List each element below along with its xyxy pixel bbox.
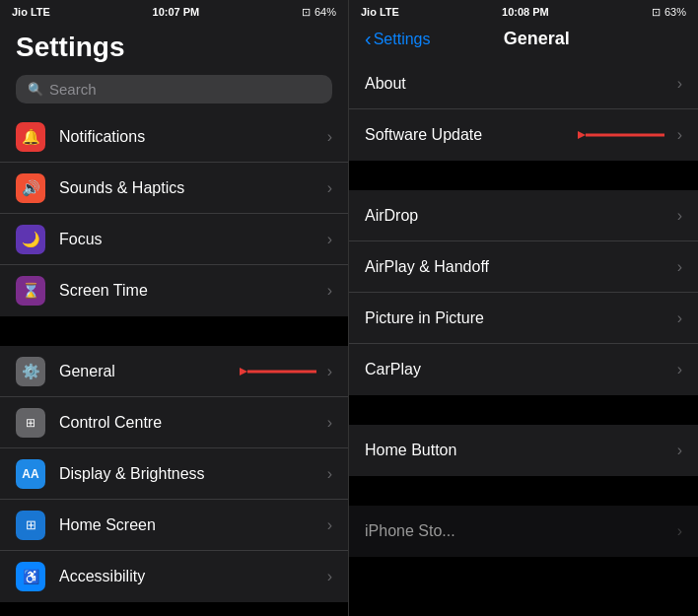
group-divider-1	[0, 318, 348, 346]
right-status-bar: Jio LTE 10:08 PM ⊡ 63%	[349, 0, 698, 24]
accessibility-icon: ♿	[16, 562, 45, 591]
search-input[interactable]: 🔍 Search	[16, 75, 332, 103]
search-bar-container: 🔍 Search	[0, 69, 348, 111]
home-screen-chevron: ›	[327, 516, 332, 534]
left-time: 10:07 PM	[153, 6, 200, 18]
settings-item-display[interactable]: AA Display & Brightness ›	[0, 448, 348, 500]
picture-in-picture-chevron: ›	[677, 309, 682, 327]
home-screen-icon: ⊞	[16, 511, 45, 540]
right-nav-bar: ‹ Settings General	[349, 24, 698, 58]
left-page-title: Settings	[16, 32, 124, 62]
search-placeholder-text: Search	[49, 81, 97, 98]
left-title-bar: Settings	[0, 24, 348, 69]
right-group-3: Home Button ›	[349, 425, 698, 476]
accessibility-chevron: ›	[327, 568, 332, 585]
right-item-carplay[interactable]: CarPlay ›	[349, 344, 698, 395]
right-item-iphone-storage[interactable]: iPhone Sto... ›	[349, 506, 698, 557]
display-label: Display & Brightness	[59, 465, 327, 483]
right-item-picture-in-picture[interactable]: Picture in Picture ›	[349, 293, 698, 344]
right-carrier: Jio LTE	[361, 6, 399, 18]
settings-item-focus[interactable]: 🌙 Focus ›	[0, 214, 348, 265]
settings-group-1: 🔔 Notifications › 🔊 Sounds & Haptics › 🌙…	[0, 111, 348, 316]
back-chevron-icon: ‹	[365, 28, 372, 50]
screen-time-label: Screen Time	[59, 282, 327, 300]
right-item-airdrop[interactable]: AirDrop ›	[349, 190, 698, 241]
iphone-storage-chevron: ›	[677, 522, 682, 540]
airplay-handoff-chevron: ›	[677, 258, 682, 276]
right-panel: Jio LTE 10:08 PM ⊡ 63% ‹ Settings Genera…	[349, 0, 698, 616]
notifications-chevron: ›	[327, 128, 332, 146]
focus-chevron: ›	[327, 231, 332, 248]
search-icon: 🔍	[28, 82, 43, 97]
accessibility-label: Accessibility	[59, 568, 327, 585]
back-label: Settings	[374, 31, 431, 48]
airplay-handoff-label: AirPlay & Handoff	[365, 258, 677, 276]
home-button-label: Home Button	[365, 442, 677, 459]
about-chevron: ›	[677, 75, 682, 93]
settings-item-general[interactable]: ⚙️ General ›	[0, 346, 348, 397]
right-battery: ⊡ 63%	[652, 6, 686, 19]
right-group-2: AirDrop › AirPlay & Handoff › Picture in…	[349, 190, 698, 395]
left-status-bar: Jio LTE 10:07 PM ⊡ 64%	[0, 0, 348, 24]
picture-in-picture-label: Picture in Picture	[365, 309, 677, 327]
control-centre-chevron: ›	[327, 414, 332, 432]
right-item-home-button[interactable]: Home Button ›	[349, 425, 698, 476]
software-update-chevron: ›	[677, 126, 682, 144]
right-group-divider-1	[349, 163, 698, 190]
right-time: 10:08 PM	[502, 6, 549, 18]
screen-time-icon: ⌛	[16, 276, 45, 306]
carplay-label: CarPlay	[365, 361, 677, 378]
software-update-label: Software Update	[365, 126, 677, 144]
battery-icon: ⊡	[302, 6, 311, 19]
display-chevron: ›	[327, 465, 332, 483]
right-page-title: General	[504, 29, 570, 49]
display-icon: AA	[16, 459, 45, 489]
right-item-about[interactable]: About ›	[349, 58, 698, 109]
right-item-software-update[interactable]: Software Update ›	[349, 109, 698, 161]
focus-label: Focus	[59, 231, 327, 248]
right-group-1: About › Software Update ›	[349, 58, 698, 161]
left-panel: Jio LTE 10:07 PM ⊡ 64% Settings 🔍 Search…	[0, 0, 349, 616]
notifications-label: Notifications	[59, 128, 327, 146]
general-icon: ⚙️	[16, 357, 45, 386]
right-item-airplay-handoff[interactable]: AirPlay & Handoff ›	[349, 241, 698, 293]
home-button-chevron: ›	[677, 442, 682, 459]
left-carrier: Jio LTE	[12, 6, 50, 18]
settings-item-notifications[interactable]: 🔔 Notifications ›	[0, 111, 348, 163]
right-group-divider-3	[349, 478, 698, 506]
settings-item-control-centre[interactable]: ⊞ Control Centre ›	[0, 397, 348, 448]
settings-item-sounds[interactable]: 🔊 Sounds & Haptics ›	[0, 163, 348, 214]
airdrop-chevron: ›	[677, 207, 682, 225]
screen-time-chevron: ›	[327, 282, 332, 300]
control-centre-label: Control Centre	[59, 414, 327, 432]
sounds-icon: 🔊	[16, 173, 45, 203]
general-label: General	[59, 363, 327, 380]
notifications-icon: 🔔	[16, 122, 45, 152]
settings-group-2: ⚙️ General › ⊞ Control C	[0, 346, 348, 602]
home-screen-label: Home Screen	[59, 516, 327, 534]
back-button[interactable]: ‹ Settings	[365, 28, 430, 50]
general-chevron: ›	[327, 363, 332, 380]
about-label: About	[365, 75, 677, 93]
right-settings-list: About › Software Update ›	[349, 58, 698, 616]
right-group-divider-2	[349, 397, 698, 425]
sounds-label: Sounds & Haptics	[59, 179, 327, 197]
settings-item-home-screen[interactable]: ⊞ Home Screen ›	[0, 500, 348, 551]
right-group-4: iPhone Sto... ›	[349, 506, 698, 557]
airdrop-label: AirDrop	[365, 207, 677, 225]
control-centre-icon: ⊞	[16, 408, 45, 438]
focus-icon: 🌙	[16, 225, 45, 254]
right-battery-icon: ⊡	[652, 6, 661, 19]
settings-item-accessibility[interactable]: ♿ Accessibility ›	[0, 551, 348, 602]
left-settings-list: 🔔 Notifications › 🔊 Sounds & Haptics › 🌙…	[0, 111, 348, 616]
carplay-chevron: ›	[677, 361, 682, 378]
iphone-storage-label: iPhone Sto...	[365, 522, 677, 540]
settings-item-screen-time[interactable]: ⌛ Screen Time ›	[0, 265, 348, 316]
left-battery: ⊡ 64%	[302, 6, 336, 19]
sounds-chevron: ›	[327, 179, 332, 197]
